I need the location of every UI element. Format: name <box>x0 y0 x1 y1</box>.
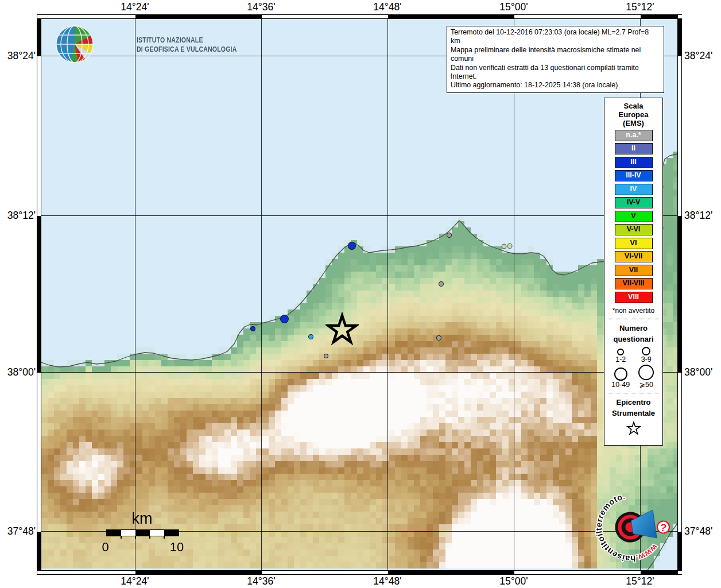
tick-label-left: 38°00' <box>2 366 36 378</box>
frame-segment <box>388 571 514 574</box>
epicenter-legend-title: Epicentro Strumentale <box>604 397 662 419</box>
legend-swatch-III: III <box>615 157 653 168</box>
frame-segment <box>514 15 641 18</box>
legend-swatch-IV-V: IV-V <box>615 197 653 208</box>
legend-swatch-VII-VIII: VII-VIII <box>615 278 653 289</box>
scalebar-tick <box>149 536 150 539</box>
ingv-logo-text: ISTITUTO NAZIONALE DI GEOFISICA E VULCAN… <box>137 36 237 54</box>
tick-label-top: 15°12' <box>626 1 654 13</box>
map-canvas[interactable] <box>41 19 677 570</box>
legend-swatch-II: II <box>615 143 653 154</box>
frame-segment <box>678 532 681 571</box>
scalebar-tick <box>135 536 136 539</box>
legend-swatch-VI: VI <box>615 238 653 249</box>
frame-segment <box>678 56 681 216</box>
frame-segment <box>37 56 41 216</box>
tick-label-top: 14°36' <box>247 1 275 13</box>
map-frame-right <box>677 19 682 570</box>
questionnaire-size-circle <box>614 368 627 381</box>
questionnaire-size-label: 10-49 <box>611 381 630 389</box>
questionnaire-size-circle <box>617 349 624 355</box>
intensity-point-III[interactable] <box>280 315 289 323</box>
info-line-updated: Ultimo aggiornamento: 18-12-2025 14:38 (… <box>451 81 660 90</box>
scalebar-bar <box>106 529 179 536</box>
frame-segment <box>135 15 262 18</box>
tick-label-bottom: 14°36' <box>247 575 275 587</box>
frame-segment <box>678 15 683 18</box>
scalebar-segment <box>121 530 135 536</box>
tick-label-bottom: 14°24' <box>121 575 149 587</box>
scalebar-start: 0 <box>102 540 108 555</box>
frame-segment <box>37 216 41 373</box>
frame-segment <box>678 373 681 532</box>
ingv-name-line1: ISTITUTO NAZIONALE <box>137 36 237 45</box>
questionnaire-size-label: 1-2 <box>615 355 626 363</box>
tick-label-top: 14°48' <box>373 1 401 13</box>
legend-swatch-V: V <box>615 211 653 222</box>
frame-segment <box>678 20 681 56</box>
questionnaire-size-legend: 1-23-910-49⩾50 <box>608 347 659 389</box>
questionnaire-size-circle <box>642 347 650 355</box>
questionnaire-size-label: 3-9 <box>641 355 652 363</box>
questionnaire-class: 10-49 <box>611 368 630 389</box>
tick-label-left: 38°24' <box>2 50 36 62</box>
info-line-event: Terremoto del 10-12-2016 07:23:03 (ora l… <box>451 28 660 46</box>
scalebar-numbers: 0 10 <box>105 540 179 554</box>
scalebar-tick <box>121 536 122 539</box>
legend-swatch-VIII: VIII <box>615 292 653 303</box>
tick-label-right: 38°12' <box>684 210 712 222</box>
tick-label-bottom: 15°00' <box>499 575 528 587</box>
map-frame-bottom <box>37 570 682 575</box>
tick-label-bottom: 14°48' <box>373 575 401 587</box>
frame-segment <box>37 532 41 571</box>
haisentitoilterremoto-logo[interactable]: ? www.haisentitoilterremoto.it <box>587 483 676 573</box>
earthquake-info-box: Terremoto del 10-12-2016 07:23:03 (ora l… <box>447 26 664 93</box>
legend-swatch-IV: IV <box>615 184 653 195</box>
legend-swatch-V-VI: V-VI <box>615 224 653 235</box>
intensity-point-n.a.[interactable] <box>436 335 441 341</box>
frame-segment <box>135 571 262 574</box>
legend-swatch-III-IV: III-IV <box>615 170 653 181</box>
frame-segment <box>678 571 683 574</box>
epicenter-legend-star-icon <box>626 420 642 436</box>
questionnaire-class: 3-9 <box>641 347 652 363</box>
intensity-point-n.a.[interactable] <box>324 354 328 358</box>
frame-segment <box>262 571 388 574</box>
legend-title: Scala Europea (EMS) <box>604 102 662 127</box>
legend-swatch-n.a.*: n.a.* <box>615 130 653 141</box>
intensity-point-n.a.[interactable] <box>447 233 452 238</box>
map-frame-left <box>37 19 41 570</box>
scalebar-segment <box>135 530 150 536</box>
map-scalebar: km 0 10 <box>105 510 179 554</box>
frame-segment <box>262 15 388 18</box>
scalebar-segment <box>164 530 179 536</box>
legend-swatch-VI-VII: VI-VII <box>615 251 653 262</box>
info-line-map: Mappa preliminare delle intensità macros… <box>451 46 660 64</box>
questionnaire-size-label: ⩾50 <box>638 380 654 389</box>
legend-footnote: *non avvertito <box>604 307 662 315</box>
ingv-name-line2: DI GEOFISICA E VULCANOLOGIA <box>137 45 237 55</box>
tick-label-top: 14°24' <box>121 1 149 13</box>
tick-label-bottom: 15°12' <box>626 575 654 587</box>
intensity-point-III[interactable] <box>250 326 255 331</box>
legend-intensity-scale: n.a.*IIIIIIII-IVIVIV-VVV-VIVIVI-VIIVIIVI… <box>604 130 662 303</box>
intensity-point-III[interactable] <box>348 242 356 250</box>
questionnaire-class: ⩾50 <box>638 365 654 389</box>
legend-swatch-VII: VII <box>615 265 653 276</box>
questionnaire-legend-title: Numero questionari <box>604 323 662 345</box>
intensity-point-n.a.[interactable] <box>439 281 444 287</box>
questionnaire-class: 1-2 <box>615 349 626 363</box>
legend-panel: Scala Europea (EMS) n.a.*IIIIIIII-IVIVIV… <box>604 98 663 446</box>
tick-label-left: 38°12' <box>2 210 36 222</box>
macroseismic-map-page: 14°24'14°24'14°36'14°36'14°48'14°48'15°0… <box>0 0 721 588</box>
scalebar-segment <box>150 530 164 536</box>
intensity-point-IV[interactable] <box>308 334 313 339</box>
frame-segment <box>641 15 678 18</box>
frame-segment <box>37 20 41 56</box>
frame-segment <box>37 373 41 532</box>
scalebar-tick <box>164 536 165 539</box>
ingv-logo-icon <box>53 24 98 65</box>
epicenter-star-icon <box>325 312 359 347</box>
info-line-data: Dati non verificati estratti da 13 quest… <box>451 64 660 82</box>
frame-segment <box>388 15 514 18</box>
